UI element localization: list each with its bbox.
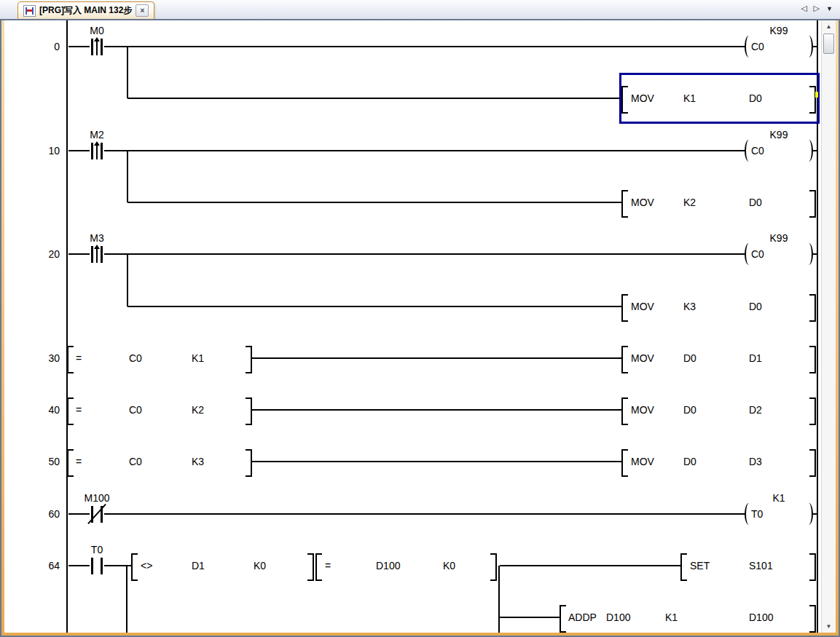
tab-close-button[interactable]: × xyxy=(136,4,149,17)
tab-scroll-left-icon[interactable]: ◁ xyxy=(801,4,806,13)
instruction-addp[interactable] xyxy=(560,605,815,630)
step-number: 50 xyxy=(28,455,60,468)
branch-wire xyxy=(127,47,128,98)
scrollbar-thumb[interactable] xyxy=(823,33,834,54)
document-frame: 0M0C0K99MOVK1D010M2C0K99MOVK2D020M3C0K99… xyxy=(0,19,840,637)
wire xyxy=(252,461,621,462)
ladder-program-icon xyxy=(23,5,36,17)
instruction-compare-c0[interactable] xyxy=(67,346,251,371)
contact-t0[interactable] xyxy=(87,554,107,577)
branch-wire xyxy=(127,202,621,203)
coil-c0[interactable] xyxy=(743,242,813,266)
branch-wire xyxy=(500,617,560,618)
instruction-set[interactable] xyxy=(680,553,815,578)
wire xyxy=(103,46,745,47)
scroll-up-icon[interactable]: ▲ xyxy=(822,23,836,30)
editor-content: 0M0C0K99MOVK1D010M2C0K99MOVK2D020M3C0K99… xyxy=(4,20,836,633)
instruction-mov[interactable] xyxy=(621,346,815,371)
gx-works-window: [PRG]写入 MAIN 132步 × ◁ ▷ ▼ 0M0C0K99MOVK1D… xyxy=(0,0,840,637)
vertical-scrollbar[interactable]: ▲ ▼ xyxy=(821,20,836,633)
active-window-accent-border: 0M0C0K99MOVK1D010M2C0K99MOVK2D020M3C0K99… xyxy=(1,20,839,636)
wire xyxy=(103,150,745,151)
step-number: 30 xyxy=(28,352,60,365)
step-number: 0 xyxy=(28,40,60,53)
contact-m2[interactable] xyxy=(87,139,107,162)
wire xyxy=(500,565,680,566)
wire xyxy=(103,513,745,515)
tab-menu-icon[interactable]: ▼ xyxy=(826,5,833,12)
left-power-rail xyxy=(66,20,68,633)
instruction-mov[interactable] xyxy=(621,449,815,474)
coil-t0[interactable] xyxy=(743,502,813,526)
wire xyxy=(252,409,621,411)
branch-wire xyxy=(127,151,128,202)
coil-c0[interactable] xyxy=(743,34,813,59)
ladder-canvas[interactable]: 0M0C0K99MOVK1D010M2C0K99MOVK2D020M3C0K99… xyxy=(4,20,822,633)
instruction-mov[interactable] xyxy=(621,397,815,422)
branch-wire xyxy=(127,98,621,99)
scroll-down-icon[interactable]: ▼ xyxy=(822,623,836,630)
coil-c0[interactable] xyxy=(743,138,813,163)
wire xyxy=(103,253,745,255)
wire xyxy=(252,357,621,359)
step-number: 20 xyxy=(28,248,60,261)
tab-scroll-right-icon[interactable]: ▷ xyxy=(814,4,820,13)
tab-title: [PRG]写入 MAIN 132步 xyxy=(39,4,132,17)
contact-m0[interactable] xyxy=(87,35,107,58)
instruction-compare-d1[interactable] xyxy=(131,553,313,578)
tab-bar: [PRG]写入 MAIN 132步 × ◁ ▷ ▼ xyxy=(0,0,840,19)
tab-navigation: ◁ ▷ ▼ xyxy=(801,4,833,13)
contact-m100[interactable] xyxy=(87,502,107,526)
contact-m3[interactable] xyxy=(87,242,107,266)
instruction-mov[interactable] xyxy=(621,190,815,215)
instruction-compare-d100[interactable] xyxy=(315,553,495,578)
instruction-compare-c0[interactable] xyxy=(67,397,251,422)
step-number: 10 xyxy=(28,144,60,157)
step-number: 60 xyxy=(28,507,60,521)
instruction-compare-c0[interactable] xyxy=(67,449,251,474)
step-number: 64 xyxy=(28,559,60,572)
selection-cursor xyxy=(619,73,820,124)
branch-wire xyxy=(126,566,127,633)
tab-prg-main[interactable]: [PRG]写入 MAIN 132步 × xyxy=(17,1,154,19)
branch-wire xyxy=(127,254,128,306)
branch-wire xyxy=(498,566,500,633)
step-number: 40 xyxy=(28,403,60,416)
edit-caret-tick xyxy=(815,92,818,98)
branch-wire xyxy=(127,306,621,307)
instruction-mov[interactable] xyxy=(621,294,815,319)
